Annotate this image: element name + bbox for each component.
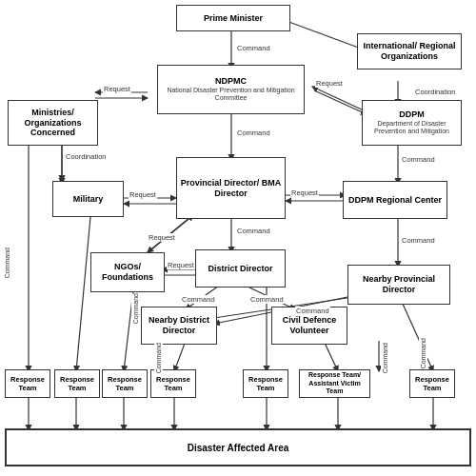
rt1-box: Response Team <box>5 369 50 398</box>
svg-line-30 <box>324 341 338 371</box>
label-request-ndpmc-ddpm: Request <box>315 79 344 88</box>
label-command-dist-nearby-dist: Command <box>181 295 216 304</box>
intl-org-label: International/ Regional Organizations <box>361 41 458 62</box>
label-command-prov-dist: Command <box>236 227 271 235</box>
label-command-nearby-prov-nearby-dist: Command <box>295 307 330 315</box>
rt3-label: Response Team <box>106 375 144 392</box>
svg-line-26 <box>76 217 90 371</box>
nearby-provincial-box: Nearby Provincial Director <box>347 265 450 305</box>
civil-defence-label: Civil Defence Volunteer <box>275 315 344 336</box>
label-command-ngos-rt3: Command <box>131 293 140 324</box>
label-request-ndpmc-min: Request <box>103 85 131 93</box>
rt4-box: Response Team <box>150 369 196 398</box>
ndpmc-box: NDPMC National Disaster Prevention and M… <box>157 65 305 114</box>
rt6-box: Response Team/ Assistant Victim Team <box>299 369 370 398</box>
rt5-box: Response Team <box>243 369 288 398</box>
rt7-box: Response Team <box>409 369 455 398</box>
military-box: Military <box>52 181 124 217</box>
label-coord-intl-ddpm: Coordination <box>414 88 457 96</box>
label-command-ddpm-ddpmr: Command <box>401 155 436 164</box>
label-command-ndpmc-prov: Command <box>236 129 271 137</box>
label-command-nearby-prov-rt7: Command <box>419 338 427 368</box>
nearby-provincial-label: Nearby Provincial Director <box>351 274 446 295</box>
svg-line-28 <box>174 341 186 371</box>
ddpm-box: DDPM Department of Disaster Prevention a… <box>362 100 462 146</box>
label-command-min-rt1: Command <box>3 248 11 278</box>
svg-line-5 <box>314 90 367 114</box>
rt6-label: Response Team/ Assistant Victim Team <box>303 371 367 395</box>
disaster-area-label: Disaster Affected Area <box>188 443 289 453</box>
svg-line-24 <box>398 293 433 371</box>
district-director-label: District Director <box>208 264 272 274</box>
label-command-nearby-dist-rt4: Command <box>154 343 163 373</box>
disaster-area-box: Disaster Affected Area <box>5 428 471 466</box>
rt4-label: Response Team <box>154 375 192 392</box>
label-request-mil-prov: Request <box>129 190 157 199</box>
diagram: Prime Minister International/ Regional O… <box>0 0 476 476</box>
label-command-dist-civil: Command <box>249 295 285 304</box>
rt7-label: Response Team <box>413 375 451 392</box>
label-coord-mil-min: Coordination <box>65 152 108 161</box>
military-label: Military <box>73 194 104 205</box>
district-director-box: District Director <box>195 249 286 288</box>
label-command-ddpmr-nearby-prov: Command <box>401 236 436 245</box>
provincial-director-box: Provincial Director/ BMA Director <box>176 157 286 219</box>
label-request-prov-ddpmr: Request <box>290 188 319 197</box>
nearby-district-label: Nearby District Director <box>145 315 213 336</box>
rt5-label: Response Team <box>247 375 285 392</box>
ddpm-sub: Department of Disaster Prevention and Mi… <box>366 120 458 136</box>
ndpmc-label: NDPMC <box>215 76 247 87</box>
prime-minister-label: Prime Minister <box>204 13 263 24</box>
label-request-ngos-dist: Request <box>167 261 195 269</box>
ddpm-label: DDPM <box>399 109 425 120</box>
rt3-box: Response Team <box>102 369 148 398</box>
rt2-box: Response Team <box>54 369 100 398</box>
ddpm-regional-box: DDPM Regional Center <box>343 181 447 219</box>
nearby-district-box: Nearby District Director <box>141 307 217 345</box>
ngos-label: NGOs/ Foundations <box>94 262 161 283</box>
label-command-pm-ndpmc: Command <box>236 44 271 52</box>
provincial-director-label: Provincial Director/ BMA Director <box>180 178 282 199</box>
svg-line-6 <box>312 87 364 110</box>
prime-minister-box: Prime Minister <box>176 5 290 31</box>
ngos-box: NGOs/ Foundations <box>90 252 165 292</box>
rt1-label: Response Team <box>9 375 47 392</box>
rt2-label: Response Team <box>58 375 96 392</box>
label-command-civil-rt6: Command <box>381 343 389 373</box>
ndpmc-sub: National Disaster Prevention and Mitigat… <box>161 87 301 103</box>
ministries-label: Ministries/ Organizations Concerned <box>11 108 94 138</box>
ministries-box: Ministries/ Organizations Concerned <box>8 100 98 146</box>
ddpm-regional-label: DDPM Regional Center <box>348 195 442 206</box>
label-request-prov-ngos: Request <box>148 233 176 242</box>
intl-org-box: International/ Regional Organizations <box>357 33 462 69</box>
